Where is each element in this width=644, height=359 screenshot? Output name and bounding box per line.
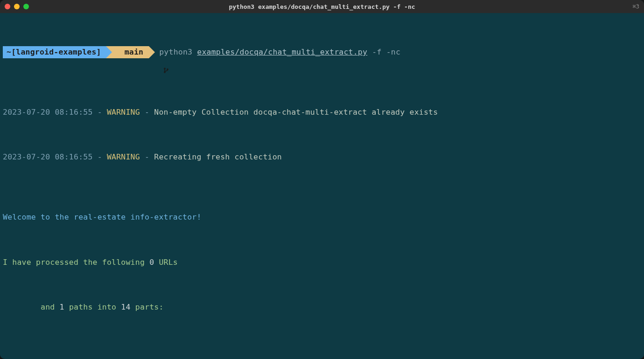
urls-count: 0 <box>149 258 154 267</box>
prompt-path-text: ~[langroid-examples] <box>7 45 101 60</box>
command-executable: python3 <box>159 48 192 56</box>
prompt-branch-segment: main <box>106 46 149 58</box>
prompt-line: ~[langroid-examples] main python3 exampl… <box>3 46 641 59</box>
git-branch-icon <box>116 49 122 55</box>
svg-point-0 <box>164 68 165 69</box>
window-title: python3 examples/docqa/chat_multi_extrac… <box>229 3 415 10</box>
minimize-icon[interactable] <box>14 4 20 9</box>
maximize-icon[interactable] <box>23 4 29 9</box>
paths-line: and 1 paths into 14 parts: <box>3 300 641 315</box>
welcome-line: Welcome to the real-estate info-extracto… <box>3 210 641 225</box>
terminal-window: python3 examples/docqa/chat_multi_extrac… <box>0 0 644 359</box>
log-line: 2023-07-20 08:16:55 - WARNING - Recreati… <box>3 150 641 165</box>
svg-point-1 <box>164 72 165 73</box>
close-icon[interactable] <box>5 4 10 9</box>
log-line: 2023-07-20 08:16:55 - WARNING - Non-empt… <box>3 105 641 120</box>
log-message: Recreating fresh collection <box>154 152 282 161</box>
titlebar: python3 examples/docqa/chat_multi_extrac… <box>0 0 644 13</box>
prompt-command: python3 examples/docqa/chat_multi_extrac… <box>149 45 400 60</box>
log-timestamp: 2023-07-20 08:16:55 <box>3 152 93 161</box>
window-controls <box>5 4 29 9</box>
log-message: Non-empty Collection docqa-chat-multi-ex… <box>154 108 438 117</box>
command-script-path: examples/docqa/chat_multi_extract.py <box>197 48 367 56</box>
log-level: WARNING <box>107 108 140 117</box>
command-flags: -f -nc <box>372 48 400 56</box>
prompt-path-segment: ~[langroid-examples] <box>3 46 106 58</box>
paths-count: 1 <box>60 303 64 311</box>
prompt-branch-text: main <box>125 45 144 60</box>
processed-line: I have processed the following 0 URLs <box>3 255 641 270</box>
log-level: WARNING <box>107 152 140 161</box>
parts-count: 14 <box>121 303 130 311</box>
svg-point-2 <box>167 69 168 70</box>
terminal-body[interactable]: ~[langroid-examples] main python3 exampl… <box>0 13 644 359</box>
log-timestamp: 2023-07-20 08:16:55 <box>3 108 93 117</box>
window-pane-indicator: ⌘3 <box>633 3 639 10</box>
